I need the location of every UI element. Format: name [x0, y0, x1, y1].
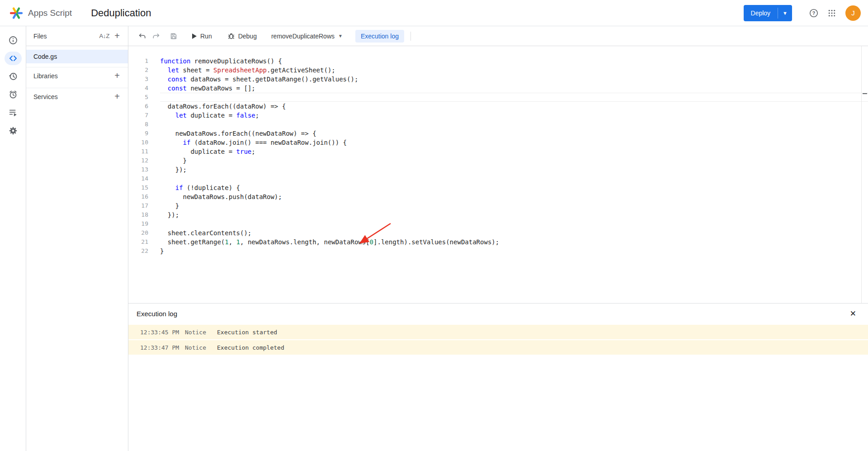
avatar[interactable]: J [845, 5, 861, 21]
line-number: 10 [128, 138, 148, 147]
code-line-7[interactable]: 7 let duplicate = false; [128, 111, 868, 120]
code-line-15[interactable]: 15 if (!duplicate) { [128, 183, 868, 192]
save-icon [170, 32, 178, 40]
scrollbar[interactable] [861, 46, 862, 303]
function-selector[interactable]: removeDuplicateRows ▼ [267, 29, 347, 43]
project-title[interactable]: Deduplication [91, 7, 151, 19]
file-name: Code.gs [33, 53, 57, 60]
help-button[interactable]: ? [805, 4, 823, 22]
code-line-19[interactable]: 19 [128, 219, 868, 228]
line-number: 13 [128, 165, 148, 174]
svg-text:?: ? [812, 10, 815, 15]
editor-column: Run Debug removeDuplicateRows ▼ [128, 26, 868, 451]
code-line-18[interactable]: 18 }); [128, 210, 868, 219]
line-number: 15 [128, 183, 148, 192]
log-entry: 12:33:45 PMNoticeExecution started [128, 325, 868, 339]
files-panel-title: Files [33, 33, 98, 40]
log-entry: 12:33:47 PMNoticeExecution completed [128, 340, 868, 355]
libraries-label: Libraries [33, 72, 111, 80]
code-line-22[interactable]: 22} [128, 247, 868, 256]
execution-log-toggle[interactable]: Execution log [355, 30, 404, 43]
deploy-label[interactable]: Deploy [744, 5, 778, 21]
add-service-button[interactable]: + [111, 90, 123, 103]
code-line-5[interactable]: 5 [128, 93, 868, 102]
files-panel: Files A↓Z + Code.gs Libraries + Services… [26, 26, 128, 451]
toolbar-divider [410, 32, 411, 41]
sidebar-item-editor[interactable] [0, 49, 26, 67]
sidebar-item-project-history[interactable] [0, 67, 26, 85]
line-number: 16 [128, 192, 148, 201]
code-lines: 1function removeDuplicateRows() {2 let s… [128, 57, 868, 256]
sidebar-item-executions[interactable] [0, 104, 26, 122]
editor-toolbar: Run Debug removeDuplicateRows ▼ [128, 26, 868, 46]
code-line-21[interactable]: 21 sheet.getRange(1, 1, newDataRows.leng… [128, 237, 868, 247]
code-line-17[interactable]: 17 } [128, 201, 868, 210]
line-number: 22 [128, 247, 148, 256]
redo-icon [152, 32, 160, 40]
execution-log-panel: Execution log ✕ 12:33:45 PMNoticeExecuti… [128, 303, 868, 451]
left-rail [0, 26, 26, 451]
plus-icon: + [114, 31, 120, 41]
deploy-button[interactable]: Deploy ▼ [744, 5, 792, 21]
code-line-14[interactable]: 14 [128, 174, 868, 183]
play-icon [192, 33, 197, 39]
line-number: 12 [128, 156, 148, 165]
help-icon: ? [809, 8, 819, 18]
bug-icon [227, 32, 235, 40]
libraries-section: Libraries + [26, 67, 128, 84]
code-line-2[interactable]: 2 let sheet = SpreadsheetApp.getActiveSh… [128, 66, 868, 75]
line-number: 5 [128, 93, 148, 102]
sidebar-item-triggers[interactable] [0, 85, 26, 104]
files-panel-header: Files A↓Z + [26, 26, 128, 46]
sidebar-item-overview[interactable] [0, 31, 26, 49]
code-line-13[interactable]: 13 }); [128, 165, 868, 174]
code-line-1[interactable]: 1function removeDuplicateRows() { [128, 57, 868, 66]
line-number: 18 [128, 210, 148, 219]
code-line-16[interactable]: 16 newDataRows.push(dataRow); [128, 192, 868, 201]
line-number: 2 [128, 66, 148, 75]
add-file-button[interactable]: + [111, 30, 123, 43]
code-line-12[interactable]: 12 } [128, 156, 868, 165]
execution-log-title: Execution log [137, 310, 850, 318]
code-line-10[interactable]: 10 if (dataRow.join() === newDataRow.joi… [128, 138, 868, 147]
sort-files-button[interactable]: A↓Z [98, 30, 111, 43]
undo-button[interactable] [135, 29, 149, 43]
line-number: 3 [128, 75, 148, 84]
add-library-button[interactable]: + [111, 70, 123, 82]
code-editor[interactable]: 1function removeDuplicateRows() {2 let s… [128, 46, 868, 303]
code-line-11[interactable]: 11 duplicate = true; [128, 147, 868, 156]
deploy-dropdown-caret[interactable]: ▼ [778, 5, 792, 21]
line-number: 8 [128, 120, 148, 129]
line-number: 9 [128, 129, 148, 138]
services-section: Services + [26, 88, 128, 105]
code-line-9[interactable]: 9 newDataRows.forEach((newDataRow) => { [128, 129, 868, 138]
run-button[interactable]: Run [187, 29, 217, 43]
apps-grid-icon [828, 9, 836, 17]
function-selector-value: removeDuplicateRows [271, 33, 335, 40]
plus-icon: + [114, 91, 120, 102]
line-number: 20 [128, 228, 148, 237]
log-entries: 12:33:45 PMNoticeExecution started12:33:… [128, 323, 868, 356]
alarm-clock-icon [9, 90, 18, 99]
line-number: 14 [128, 174, 148, 183]
apps-script-logo-icon [10, 7, 23, 19]
file-item-codegs[interactable]: Code.gs [26, 50, 128, 63]
code-line-6[interactable]: 6 dataRows.forEach((dataRow) => { [128, 102, 868, 111]
overview-ruler-cursor-mark [863, 93, 867, 94]
run-label: Run [200, 33, 212, 40]
debug-button[interactable]: Debug [223, 29, 261, 43]
app-name[interactable]: Apps Script [28, 8, 72, 18]
code-line-4[interactable]: 4 const newDataRows = []; [128, 84, 868, 93]
google-apps-button[interactable] [823, 4, 841, 22]
history-icon [9, 72, 18, 81]
code-line-3[interactable]: 3 const dataRows = sheet.getDataRange().… [128, 75, 868, 84]
code-line-20[interactable]: 20 sheet.clearContents(); [128, 228, 868, 237]
app-header: Apps Script Deduplication Deploy ▼ ? J [0, 0, 868, 26]
save-button[interactable] [166, 29, 181, 43]
redo-button[interactable] [149, 29, 164, 43]
sidebar-item-settings[interactable] [0, 122, 26, 140]
close-icon[interactable]: ✕ [850, 310, 856, 318]
line-number: 7 [128, 111, 148, 120]
code-line-8[interactable]: 8 [128, 120, 868, 129]
executions-icon [9, 108, 18, 117]
